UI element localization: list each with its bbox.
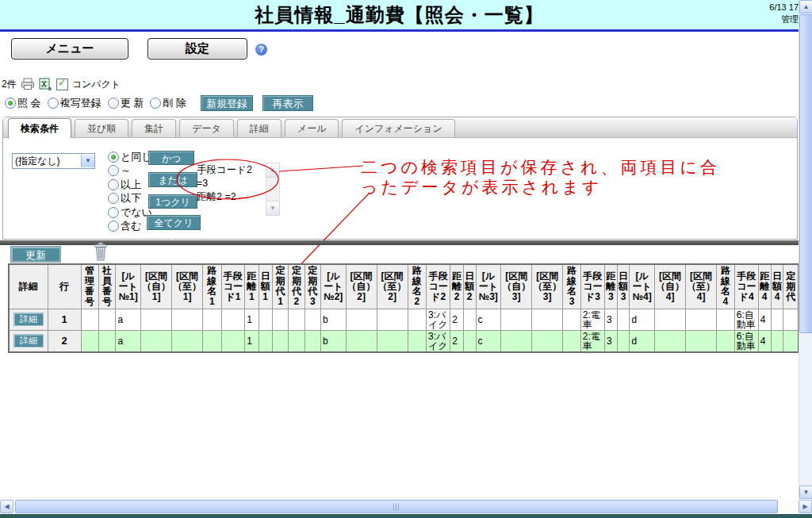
conditions-scrollbar[interactable]: ▲ ▼ <box>266 163 280 216</box>
excel-export-icon[interactable]: X a <box>39 78 52 90</box>
menu-button[interactable]: メニュー <box>11 38 128 59</box>
tab-detail[interactable]: 詳細 <box>237 119 282 137</box>
svg-text:a: a <box>48 86 52 91</box>
annotation-markup <box>0 0 812 518</box>
mode-label-update[interactable]: 更 新 <box>121 96 144 110</box>
operator-radio-not[interactable] <box>108 207 119 218</box>
field-select-value: (指定なし) <box>13 155 81 168</box>
column-header-teikidai-3: 定 期 代 3 <box>304 264 320 309</box>
redisplay-button[interactable]: 再表示 <box>262 95 313 111</box>
mode-label-copy-register[interactable]: 複写登録 <box>60 96 102 110</box>
cell-nichigaku-4 <box>771 330 783 352</box>
clear-all-button[interactable]: 全てクリア <box>147 215 201 230</box>
scroll-grip-icon <box>393 504 400 511</box>
cell-kyori-1: 1 <box>245 309 259 330</box>
cell-shudan-code-3: 2:電 車 <box>580 330 604 352</box>
cell-row: 2 <box>48 330 81 352</box>
compact-checkbox[interactable]: ✓ <box>56 79 68 90</box>
cell-rosen-mei-1 <box>203 309 221 330</box>
svg-text:X: X <box>41 80 47 89</box>
clear-one-button[interactable]: 1つクリア <box>148 194 197 209</box>
scroll-right-icon[interactable]: ▶ <box>799 500 812 513</box>
scroll-up-icon[interactable]: ▲ <box>266 163 280 178</box>
scroll-up-icon[interactable]: ▲ <box>799 0 812 13</box>
mode-radio-delete[interactable] <box>150 98 161 109</box>
column-header-kukan-from-2: [区間 （自） 2] <box>346 264 377 309</box>
column-header-detail: 詳細 <box>9 264 48 309</box>
trash-icon[interactable] <box>93 242 109 262</box>
update-button[interactable]: 更新 <box>11 247 60 262</box>
column-header-shudan-code-3: 手段 コー ド3 <box>580 264 604 309</box>
scroll-down-icon[interactable]: ▼ <box>266 201 280 216</box>
chevron-down-icon[interactable]: ▼ <box>81 155 94 167</box>
scroll-down-icon[interactable]: ▼ <box>799 485 812 499</box>
scroll-left-icon[interactable]: ◀ <box>0 500 13 513</box>
column-header-rosen-mei-2: 路 線 名 2 <box>408 264 426 309</box>
cell-route-no-3: c <box>476 309 501 330</box>
detail-button[interactable]: 詳細 <box>13 334 44 347</box>
horizontal-scrollbar[interactable]: ◀ ▶ <box>0 500 812 514</box>
new-register-button[interactable]: 新規登録 <box>201 95 253 111</box>
mode-label-delete[interactable]: 削 除 <box>163 96 186 110</box>
mode-radio-copy-register[interactable] <box>48 98 59 109</box>
column-header-route-no-4: [ル ート №4] <box>630 264 655 309</box>
saved-conditions-listbox[interactable]: 手段コード2 =3 距離2 =2 <box>197 163 265 195</box>
cell-row: 1 <box>48 309 81 330</box>
page-title: 社員情報_通勤費【照会・一覧】 <box>0 2 799 28</box>
operator-radio-contains[interactable] <box>108 221 119 232</box>
help-icon[interactable]: ? <box>255 44 267 56</box>
print-icon[interactable] <box>21 78 35 90</box>
operator-radio-range[interactable] <box>108 165 119 176</box>
column-header-rosen-mei-1: 路 線 名 1 <box>203 264 221 309</box>
cell-route-no-2: b <box>320 330 346 352</box>
compact-label[interactable]: コンパクト <box>72 78 121 91</box>
field-select[interactable]: (指定なし) ▼ <box>12 153 95 169</box>
cell-nichigaku-2 <box>463 330 476 352</box>
cell-kukan-from-1 <box>141 330 172 352</box>
cell-kanri-bango <box>81 330 98 352</box>
or-button[interactable]: または <box>148 172 197 187</box>
table-row: 詳細1a1b3:バ イク2c2:電 車3d6:自 動車4 <box>9 309 799 330</box>
title-underline <box>0 29 812 32</box>
cell-nichigaku-4 <box>771 309 783 330</box>
cell-teikidai-partial <box>783 330 799 352</box>
cell-kukan-from-2 <box>346 330 377 352</box>
annotation-text: 二つの検索項目が保存され、両項目に合 ったデータが表示されます <box>361 157 720 197</box>
operator-radio-lte[interactable] <box>108 193 119 204</box>
mode-label-inquiry[interactable]: 照 会 <box>17 96 41 110</box>
cell-rosen-mei-1 <box>203 330 221 352</box>
and-button[interactable]: かつ <box>148 151 194 165</box>
cell-teikidai-2 <box>289 309 304 330</box>
column-header-kukan-to-1: [区間 （至） 1] <box>172 264 203 309</box>
column-header-route-no-3: [ル ート №3] <box>476 264 501 309</box>
cell-rosen-mei-2 <box>408 309 426 330</box>
settings-button[interactable]: 設定 <box>147 38 247 59</box>
vertical-scrollbar[interactable]: ▲ ▼ <box>799 0 812 499</box>
tab-information[interactable]: インフォメーション <box>342 119 454 137</box>
column-header-kukan-to-4: [区間 （至） 4] <box>686 264 717 309</box>
cell-kukan-to-2 <box>377 330 408 352</box>
column-header-nichigaku-2: 日 額 2 <box>463 264 476 309</box>
tab-search-criteria[interactable]: 検索条件 <box>8 118 71 138</box>
detail-button[interactable]: 詳細 <box>13 313 44 326</box>
tab-aggregate[interactable]: 集計 <box>132 119 176 137</box>
mode-radio-update[interactable] <box>108 98 119 109</box>
cell-teikidai-3 <box>304 330 320 352</box>
cell-nichigaku-1 <box>259 309 272 330</box>
tab-mail[interactable]: メール <box>285 119 339 137</box>
mode-radio-inquiry[interactable] <box>5 98 16 109</box>
column-header-kyori-4: 距 離 4 <box>758 264 771 309</box>
cell-kukan-from-1 <box>141 309 172 330</box>
operator-radio-equal[interactable] <box>108 152 119 163</box>
column-header-kukan-from-3: [区間 （自） 3] <box>501 264 532 309</box>
tab-data[interactable]: データ <box>179 119 234 137</box>
vertical-scroll-thumb[interactable] <box>799 14 812 333</box>
column-header-kyori-3: 距 離 3 <box>604 264 617 309</box>
operator-radio-gte[interactable] <box>108 179 119 190</box>
cell-kukan-to-4 <box>686 330 717 352</box>
header-user: 管理 <box>735 13 799 25</box>
horizontal-scroll-thumb[interactable] <box>15 500 778 513</box>
cell-kukan-to-1 <box>172 330 203 352</box>
tab-sort-order[interactable]: 並び順 <box>75 119 128 137</box>
column-header-rosen-mei-3: 路 線 名 3 <box>563 264 581 309</box>
